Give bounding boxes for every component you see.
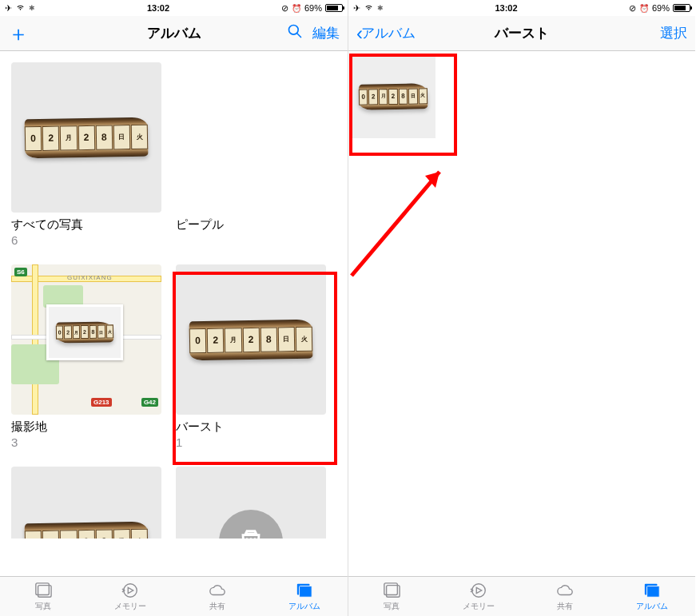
nav-bar: ＋ アルバム 編集 xyxy=(0,16,348,51)
select-button[interactable]: 選択 xyxy=(660,24,687,42)
status-bar: ✈ ✱ 13:02 ⊘ ⏰ 69% xyxy=(0,0,348,16)
tab-label: メモリー xyxy=(463,601,495,612)
search-button[interactable] xyxy=(287,23,303,43)
tab-memories[interactable]: メモリー xyxy=(87,577,174,616)
wifi-icon xyxy=(364,3,374,13)
map-shield: S6 xyxy=(14,268,27,276)
battery-pct: 69% xyxy=(304,3,322,13)
album-burst[interactable]: 0 2 月 2 8 日 火 バースト 1 xyxy=(176,264,326,449)
tab-label: 共有 xyxy=(209,601,225,612)
cloud-icon xyxy=(207,582,228,599)
album-thumbnail: 0 2 月 2 8 日 火 xyxy=(176,264,326,415)
status-bar: ✈ ✱ 13:02 ⊘ ⏰ 69% xyxy=(348,0,695,16)
tab-bar: 写真 メモリー 共有 アルバム xyxy=(0,576,348,616)
tab-memories[interactable]: メモリー xyxy=(435,577,523,616)
album-all-photos[interactable]: 0 2 月 2 8 日 火 すべての写真 6 xyxy=(11,62,161,247)
memories-icon xyxy=(468,582,489,599)
cloud-icon xyxy=(555,582,575,599)
tab-shared[interactable]: 共有 xyxy=(522,577,609,616)
nav-bar: ‹ アルバム バースト 選択 xyxy=(348,16,695,51)
albums-icon xyxy=(294,582,315,599)
album-count: 6 xyxy=(11,233,161,247)
nav-title: アルバム xyxy=(88,24,260,42)
memories-icon xyxy=(120,582,141,599)
svg-point-9 xyxy=(472,583,486,597)
tab-label: 写真 xyxy=(35,601,51,612)
album-count: 1 xyxy=(176,435,326,449)
photos-icon xyxy=(33,582,54,599)
tab-label: アルバム xyxy=(636,601,668,612)
svg-rect-11 xyxy=(646,586,659,597)
tab-shared[interactable]: 共有 xyxy=(174,577,261,616)
svg-line-1 xyxy=(297,34,301,38)
svg-point-4 xyxy=(124,583,137,597)
tab-bar: 写真 メモリー 共有 アルバム xyxy=(348,576,695,616)
album-name: ピープル xyxy=(176,217,326,232)
battery-pct: 69% xyxy=(652,3,670,13)
photos-icon xyxy=(381,582,402,599)
album-name: バースト xyxy=(176,419,326,435)
left-screenshot: ✈ ✱ 13:02 ⊘ ⏰ 69% ＋ アルバム 編集 xyxy=(0,0,348,616)
album-places[interactable]: GUIXIXIANG S6 G213 G42 0 2 月 2 8 日 火 xyxy=(11,264,161,449)
tab-label: アルバム xyxy=(288,601,320,612)
orientation-lock-icon: ⊘ xyxy=(629,3,636,14)
calendar-sign-icon: 0 2 月 2 8 日 火 xyxy=(56,322,113,344)
back-label: アルバム xyxy=(361,24,416,42)
burst-photo-thumbnail[interactable]: 0 2 月 2 8 日 火 xyxy=(352,54,435,138)
albums-content: 0 2 月 2 8 日 火 すべての写真 6 ピープル xyxy=(0,51,348,576)
back-button[interactable]: ‹ アルバム xyxy=(356,22,416,45)
album-people[interactable]: ピープル xyxy=(176,62,326,247)
map-label: GUIXIXIANG xyxy=(67,274,113,281)
album-name: 撮影地 xyxy=(11,419,161,435)
album-thumbnail-trash xyxy=(176,467,326,539)
add-button[interactable]: ＋ xyxy=(8,23,29,44)
map-shield: G213 xyxy=(91,398,112,407)
nav-title: バースト xyxy=(436,24,607,42)
alarm-icon: ⏰ xyxy=(292,4,301,13)
album-thumbnail: 0 2 月 2 8 日 火 xyxy=(11,62,161,213)
trash-icon xyxy=(219,510,283,539)
album-deleted-partial[interactable] xyxy=(176,467,326,539)
album-count: 3 xyxy=(11,435,161,449)
tab-photos[interactable]: 写真 xyxy=(348,577,435,616)
tab-label: 写真 xyxy=(384,601,400,612)
status-time: 13:02 xyxy=(147,3,169,13)
album-name: すべての写真 xyxy=(11,217,161,232)
battery-icon xyxy=(325,4,343,12)
orientation-lock-icon: ⊘ xyxy=(281,3,288,14)
album-thumbnail xyxy=(176,62,326,213)
tab-photos[interactable]: 写真 xyxy=(0,577,87,616)
tab-albums[interactable]: アルバム xyxy=(609,577,696,616)
burst-content: 0 2 月 2 8 日 火 xyxy=(348,51,695,576)
calendar-sign-icon: 0 2 月 2 8 日 火 xyxy=(359,83,428,109)
loading-icon: ✱ xyxy=(377,4,384,12)
map-shield: G42 xyxy=(141,398,158,407)
calendar-sign-icon: 0 2 月 2 8 日 火 xyxy=(25,521,149,539)
album-item-partial[interactable]: 0 2 月 2 8 日 火 xyxy=(11,467,161,539)
calendar-sign-icon: 0 2 月 2 8 日 火 xyxy=(189,319,313,360)
tab-label: メモリー xyxy=(114,601,146,612)
battery-icon xyxy=(673,4,690,12)
right-screenshot: ✈ ✱ 13:02 ⊘ ⏰ 69% ‹ アルバム バースト 選択 xyxy=(348,0,695,616)
loading-icon: ✱ xyxy=(29,4,35,12)
airplane-icon: ✈ xyxy=(5,3,12,14)
svg-rect-6 xyxy=(299,586,312,597)
tab-albums[interactable]: アルバム xyxy=(261,577,348,616)
alarm-icon: ⏰ xyxy=(639,4,649,13)
album-thumbnail-map: GUIXIXIANG S6 G213 G42 0 2 月 2 8 日 火 xyxy=(11,264,161,415)
wifi-icon xyxy=(15,3,26,13)
status-time: 13:02 xyxy=(495,3,517,13)
album-thumbnail: 0 2 月 2 8 日 火 xyxy=(11,467,161,539)
map-photo-pin: 0 2 月 2 8 日 火 xyxy=(46,304,123,360)
tab-label: 共有 xyxy=(557,601,573,612)
albums-icon xyxy=(642,582,662,599)
edit-button[interactable]: 編集 xyxy=(312,24,340,42)
airplane-icon: ✈ xyxy=(353,3,360,14)
calendar-sign-icon: 0 2 月 2 8 日 火 xyxy=(25,117,149,158)
